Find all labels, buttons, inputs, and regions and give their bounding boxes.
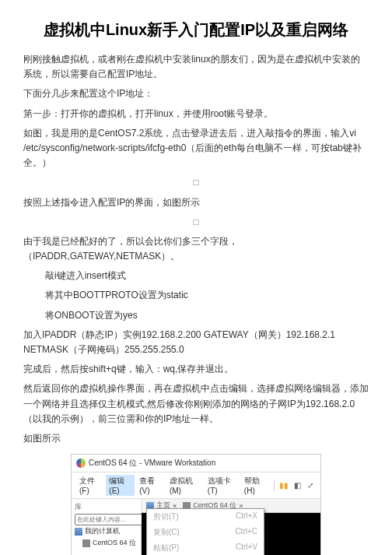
menu-file[interactable]: 文件(F) [76,475,104,496]
menubar: 文件(F) 编辑(E) 查看(V) 虚拟机(M) 选项卡(T) 帮助(H) ▮▮… [72,472,320,499]
paragraph: 下面分几步来配置这个IP地址： [23,86,369,101]
paragraph-step1: 第一步：打开你的虚拟机，打开linux，并使用root账号登录。 [23,107,369,121]
window-title: CentOS 64 位 - VMware Workstation [89,458,215,469]
image-placeholder: □ [23,215,369,230]
page-title: 虚拟机中Linux新手入门配置IP以及重启网络 [23,19,369,40]
vmware-screenshot: CentOS 64 位 - VMware Workstation 文件(F) 编… [71,454,321,555]
list-item: 将其中BOOTTPROTO设置为static [45,288,369,303]
tree-vm-item[interactable]: CentOS 64 位 [82,537,138,549]
menu-view[interactable]: 查看(V) [136,475,165,496]
paragraph: 然后返回你的虚拟机操作界面，再在虚拟机中点击编辑，选择虚拟网络编辑器，添加一个网… [23,381,369,427]
paragraph: 如图，我是用的是CentOS7.2系统，点击登录进去后，进入敲指令的界面，输入v… [23,126,369,171]
search-input[interactable] [75,514,142,525]
menu-vm[interactable]: 虚拟机(M) [166,475,203,496]
home-icon [75,528,82,536]
image-placeholder: □ [23,175,369,190]
main-area: 主页 × CentOS 64 位 × 剪切(T) Ctrl+X 复制(C) Ct… [142,499,320,555]
paragraph-intro: 刚刚接触虚拟机，或者刚在虚拟机中安装linux的朋友们，因为是在虚拟机中安装的系… [23,52,369,82]
list-item: 敲i键进入insert模式 [45,269,369,283]
paragraph: 由于我是已经配好的了，所以会比你们多三个字段，（IPADDR,GATEWAY,N… [23,234,369,264]
toolbar-icon[interactable]: ◧ [292,480,303,491]
sidebar-title: 库 [75,502,138,512]
menu-tabs[interactable]: 选项卡(T) [205,475,240,496]
pause-icon[interactable]: ▮▮ [278,480,289,491]
tree-home[interactable]: 我的计算机 [75,525,138,537]
menu-cut[interactable]: 剪切(T) Ctrl+X [147,509,264,525]
menu-help[interactable]: 帮助(H) [241,475,270,496]
centos-icon [76,458,86,468]
paragraph: 加入IPADDR（静态IP）实例192.168.2.200 GATEWAY（网关… [23,328,369,357]
menu-paste[interactable]: 粘贴(P) Ctrl+V [147,540,264,555]
context-menu: 剪切(T) Ctrl+X 复制(C) Ctrl+C 粘贴(P) Ctrl+V 虚… [146,508,264,555]
paragraph: 按照上述指令进入配置IP的界面，如图所示 [23,195,369,210]
menu-edit[interactable]: 编辑(E) [106,475,135,496]
window-titlebar: CentOS 64 位 - VMware Workstation [72,455,320,472]
pc-icon [82,539,90,547]
separator [274,480,275,491]
menu-copy[interactable]: 复制(C) Ctrl+C [147,525,264,540]
sidebar: 库 我的计算机 CentOS 64 位 [72,499,142,555]
list-item: 将ONBOOT设置为yes [45,308,369,323]
paragraph: 完成后，然后按shift+q键，输入：wq,保存并退出。 [23,362,369,377]
paragraph: 如图所示 [23,431,369,446]
toolbar-icon[interactable]: ⤢ [305,480,316,491]
